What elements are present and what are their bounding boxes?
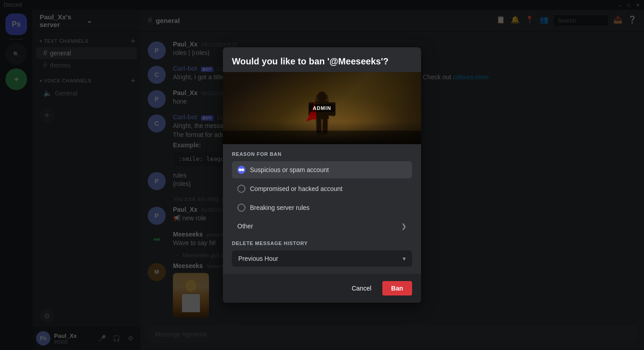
other-option[interactable]: Other ❯	[232, 218, 412, 234]
ban-dialog-title-text: Would you like to ban '@Meeseeks'?	[232, 56, 389, 66]
svg-rect-5	[323, 119, 327, 133]
ban-dialog-title: Would you like to ban '@Meeseeks'?	[223, 47, 421, 72]
ban-gif-image: ADMIN	[223, 72, 421, 144]
svg-rect-4	[317, 119, 321, 133]
delete-history-value: Previous Hour	[238, 255, 278, 262]
dropdown-arrow-icon: ▾	[403, 255, 406, 262]
ban-dialog-body: REASON FOR BAN Suspicious or spam accoun…	[223, 144, 421, 274]
cancel-button[interactable]: Cancel	[346, 281, 377, 295]
other-label: Other	[237, 223, 253, 230]
modal-overlay: Would you like to ban '@Meeseeks'?	[0, 0, 644, 350]
figure-svg	[304, 90, 340, 135]
ban-dialog: Would you like to ban '@Meeseeks'?	[223, 47, 421, 303]
radio-dot	[239, 168, 241, 171]
delete-history-section: DELETE MESSAGE HISTORY Previous Hour ▾	[232, 241, 412, 267]
radio-option-rules[interactable]: Breaking server rules	[232, 199, 412, 216]
radio-circle-rules	[237, 204, 245, 212]
delete-history-dropdown[interactable]: Previous Hour ▾	[232, 250, 412, 267]
radio-label-hacked: Compromised or hacked account	[250, 185, 342, 192]
ban-dialog-footer: Cancel Ban	[223, 274, 421, 303]
ban-gif-container: ADMIN	[223, 72, 421, 144]
reason-section-label: REASON FOR BAN	[232, 151, 412, 157]
radio-circle-hacked	[237, 185, 245, 193]
other-chevron-icon: ❯	[401, 223, 407, 230]
svg-point-0	[317, 91, 327, 102]
radio-option-hacked[interactable]: Compromised or hacked account	[232, 180, 412, 197]
radio-circle-spam	[237, 166, 245, 174]
radio-label-rules: Breaking server rules	[250, 204, 309, 211]
admin-badge: ADMIN	[309, 104, 335, 112]
admin-label: ADMIN	[313, 105, 331, 111]
radio-option-spam[interactable]: Suspicious or spam account	[232, 161, 412, 178]
radio-label-spam: Suspicious or spam account	[250, 166, 329, 173]
delete-history-label: DELETE MESSAGE HISTORY	[232, 241, 412, 246]
ban-button[interactable]: Ban	[382, 281, 412, 295]
